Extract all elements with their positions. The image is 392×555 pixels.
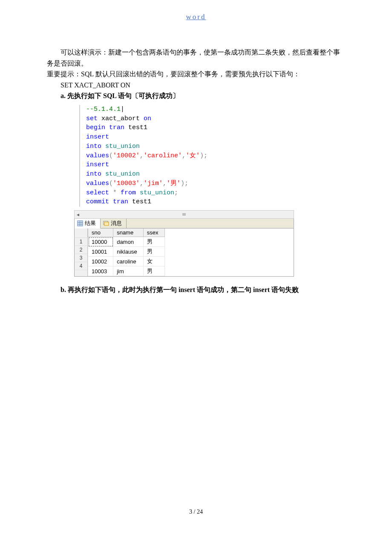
comma: , <box>140 152 144 159</box>
str: 'caroline' <box>144 152 182 159</box>
sql-editor[interactable]: --5.1.4.1 set xact_abort on begin tran t… <box>79 105 345 207</box>
cell[interactable]: jim <box>113 266 144 276</box>
grid-icon <box>77 220 83 226</box>
str: '男' <box>167 180 181 187</box>
kw: into <box>86 143 101 150</box>
row-number-gutter: 1 2 3 4 <box>75 228 88 276</box>
semi: ; <box>174 189 178 197</box>
row-number[interactable]: 4 <box>75 262 87 270</box>
str: '女' <box>186 152 200 159</box>
step-b-text: 再执行如下语句，此时为执行第一句 insert 语句成功，第二句 insert … <box>68 286 299 293</box>
cell[interactable]: caroline <box>113 257 144 266</box>
table-row[interactable]: 10003 jim 男 <box>88 266 165 276</box>
col-sname[interactable]: sname <box>113 228 144 237</box>
comma: , <box>140 180 144 187</box>
cell[interactable]: 10002 <box>88 257 113 266</box>
kw: begin <box>86 124 105 131</box>
str: '10002' <box>113 152 140 159</box>
row-number[interactable]: 2 <box>75 246 87 254</box>
kw: set <box>86 115 98 122</box>
set-statement: SET XACT_ABORT ON <box>61 80 345 91</box>
header-link[interactable]: word <box>47 13 345 21</box>
ident: stu_union <box>101 143 140 150</box>
table-row[interactable]: 10002 caroline 女 <box>88 257 165 266</box>
kw: insert <box>86 133 109 141</box>
ident: stu_union <box>136 189 174 197</box>
txt: xact_abort <box>98 115 144 122</box>
sql-comment: --5.1.4.1 <box>86 106 124 113</box>
paragraph-note: 重要提示：SQL 默认只回滚出错的语句，要回滚整个事务，需要预先执行以下语句： <box>47 69 345 80</box>
svg-rect-6 <box>104 222 109 225</box>
cell[interactable]: 10001 <box>88 247 113 257</box>
comma: , <box>163 180 167 187</box>
cell[interactable]: 男 <box>143 247 164 257</box>
paren: ( <box>109 152 113 159</box>
result-grid[interactable]: 1 2 3 4 sno sname ssex 10000 damon 男 <box>75 228 294 276</box>
comma: , <box>182 152 186 159</box>
table-row[interactable]: 10001 niklause 男 <box>88 247 165 257</box>
step-a-text: 先执行如下 SQL 语句〔可执行成功〕 <box>67 92 179 99</box>
kw: insert <box>86 161 109 168</box>
paren: ); <box>200 152 208 159</box>
kw: from <box>117 189 136 197</box>
kw: values <box>86 152 109 159</box>
tab-messages[interactable]: 消息 <box>101 219 127 228</box>
kw: into <box>86 171 101 178</box>
row-number[interactable]: 1 <box>75 238 87 246</box>
step-a: a. 先执行如下 SQL 语句〔可执行成功〕 <box>61 90 345 101</box>
horizontal-scrollbar[interactable]: ◄ <box>74 210 294 219</box>
cell[interactable]: damon <box>113 237 144 247</box>
kw: commit <box>86 198 109 205</box>
col-sno[interactable]: sno <box>88 228 113 237</box>
row-number[interactable]: 3 <box>75 254 87 262</box>
step-b-label: b. <box>61 286 66 293</box>
txt: test1 <box>128 198 151 205</box>
tab-messages-label: 消息 <box>111 220 122 227</box>
step-a-label: a. <box>61 92 66 99</box>
kw: select <box>86 189 109 197</box>
svg-rect-0 <box>78 221 83 226</box>
txt: test1 <box>124 124 147 131</box>
paragraph-intro: 可以这样演示：新建一个包含两条语句的事务，使第一条成功而第二条失败，然后查看整个… <box>47 47 345 69</box>
header-row: sno sname ssex <box>88 228 165 237</box>
cell[interactable]: niklause <box>113 247 144 257</box>
cell[interactable]: 男 <box>143 237 164 247</box>
tab-results-label: 结果 <box>85 220 96 227</box>
cell[interactable]: 10003 <box>88 266 113 276</box>
table-row[interactable]: 10000 damon 男 <box>88 237 165 247</box>
results-panel: 结果 消息 1 2 3 4 sno sname <box>74 219 294 277</box>
scroll-thumb[interactable] <box>182 213 186 216</box>
scroll-left-icon[interactable]: ◄ <box>75 211 81 218</box>
ident: stu_union <box>101 171 140 178</box>
paren: ( <box>109 180 113 187</box>
kw: on <box>144 115 151 122</box>
cell[interactable]: 女 <box>143 257 164 266</box>
page-number: 3 / 24 <box>47 509 345 515</box>
message-icon <box>103 220 109 226</box>
results-tab-row: 结果 消息 <box>75 219 294 228</box>
tab-results[interactable]: 结果 <box>75 219 101 228</box>
step-b: b. 再执行如下语句，此时为执行第一句 insert 语句成功，第二句 inse… <box>61 284 345 295</box>
cell[interactable]: 10000 <box>88 237 113 247</box>
str: '10003' <box>113 180 140 187</box>
col-ssex[interactable]: ssex <box>143 228 164 237</box>
cell[interactable]: 男 <box>143 266 164 276</box>
kw: values <box>86 180 109 187</box>
star: * <box>109 189 117 197</box>
kw: tran <box>105 124 124 131</box>
paren: ); <box>181 180 188 187</box>
str: 'jim' <box>144 180 163 187</box>
kw: tran <box>109 198 128 205</box>
